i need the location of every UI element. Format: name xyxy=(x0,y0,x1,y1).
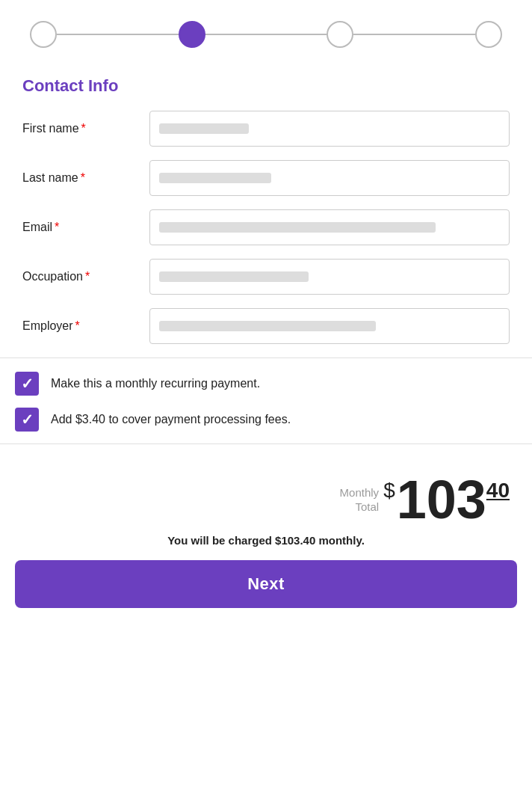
checkbox-label-processing-fee: Add $3.40 to cover payment processing fe… xyxy=(51,413,291,426)
form-row-last-name: Last name* xyxy=(22,160,510,196)
section-title: Contact Info xyxy=(22,76,510,96)
placeholder-bar-first-name xyxy=(159,123,249,134)
checkbox-section: ✓ Make this a monthly recurring payment.… xyxy=(0,372,532,432)
charge-note: You will be charged $103.40 monthly. xyxy=(0,534,532,547)
divider-top xyxy=(0,357,532,358)
step-line-3 xyxy=(353,34,475,35)
total-amount-wrap: $ 103 40 xyxy=(383,473,510,527)
checkbox-recurring[interactable]: ✓ xyxy=(15,372,39,396)
required-star: * xyxy=(55,221,59,233)
required-star: * xyxy=(81,171,85,184)
step-line-2 xyxy=(205,34,327,35)
input-employer[interactable] xyxy=(149,308,510,344)
checkmark-processing-fee: ✓ xyxy=(21,412,34,427)
input-first-name[interactable] xyxy=(149,111,510,147)
form-row-employer: Employer* xyxy=(22,308,510,344)
step-dot-4 xyxy=(475,21,502,48)
label-email: Email* xyxy=(22,221,149,234)
checkbox-row-processing-fee: ✓ Add $3.40 to cover payment processing … xyxy=(15,408,517,432)
checkbox-processing-fee[interactable]: ✓ xyxy=(15,408,39,432)
input-email[interactable] xyxy=(149,209,510,245)
step-dot-1 xyxy=(30,21,57,48)
label-employer: Employer* xyxy=(22,319,149,333)
total-line: Monthly Total $ 103 40 xyxy=(22,473,510,527)
checkbox-row-recurring: ✓ Make this a monthly recurring payment. xyxy=(15,372,517,396)
divider-bottom xyxy=(0,443,532,444)
placeholder-bar-email xyxy=(159,222,436,233)
placeholder-bar-occupation xyxy=(159,271,309,282)
checkbox-label-recurring: Make this a monthly recurring payment. xyxy=(51,377,260,390)
step-dot-2 xyxy=(179,21,205,48)
next-button[interactable]: Next xyxy=(15,560,517,608)
total-main-amount: 103 xyxy=(397,473,486,527)
step-dot-3 xyxy=(327,21,353,48)
form-row-first-name: First name* xyxy=(22,111,510,147)
placeholder-bar-last-name xyxy=(159,173,271,183)
required-star: * xyxy=(85,270,90,283)
step-indicator xyxy=(0,0,532,63)
form-row-email: Email* xyxy=(22,209,510,245)
step-line-1 xyxy=(57,34,179,35)
total-label: Monthly Total xyxy=(340,485,380,515)
placeholder-bar-employer xyxy=(159,321,376,331)
required-star: * xyxy=(75,319,80,332)
total-cents: 40 xyxy=(486,479,510,503)
label-occupation: Occupation* xyxy=(22,270,149,283)
dollar-sign: $ xyxy=(383,479,395,503)
label-last-name: Last name* xyxy=(22,171,149,185)
input-last-name[interactable] xyxy=(149,160,510,196)
checkmark-recurring: ✓ xyxy=(21,376,34,391)
required-star: * xyxy=(81,122,86,135)
total-section: Monthly Total $ 103 40 xyxy=(0,458,532,534)
input-occupation[interactable] xyxy=(149,259,510,295)
label-first-name: First name* xyxy=(22,122,149,135)
form-row-occupation: Occupation* xyxy=(22,259,510,295)
contact-section: Contact Info First name* Last name* Emai… xyxy=(0,63,532,344)
